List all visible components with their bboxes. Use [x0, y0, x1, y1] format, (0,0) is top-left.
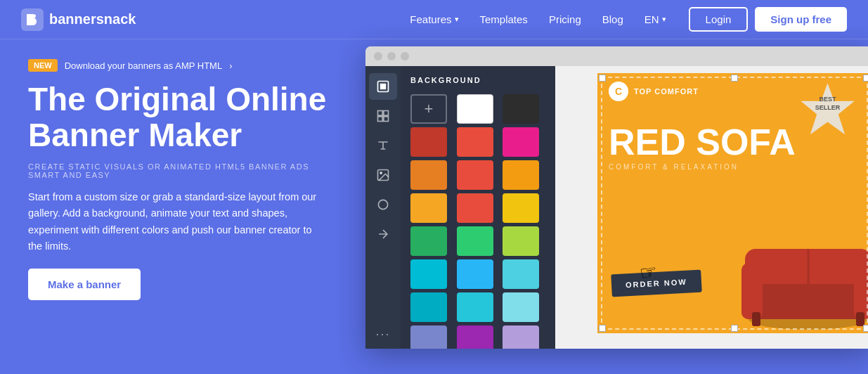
- svg-point-9: [378, 200, 387, 209]
- nav-pricing[interactable]: Pricing: [540, 9, 590, 30]
- tool-shape[interactable]: [369, 191, 397, 218]
- color-swatch-teal1[interactable]: [410, 292, 447, 322]
- new-badge: NEW: [28, 59, 58, 72]
- color-swatch-green1[interactable]: [410, 226, 447, 256]
- logo-icon: [21, 8, 44, 31]
- make-banner-button[interactable]: Make a banner: [28, 269, 141, 300]
- svg-point-8: [380, 172, 382, 174]
- svg-rect-2: [380, 84, 386, 89]
- banner-subtitle: COMFORT & RELAXATION: [609, 163, 860, 171]
- brand-logo-circle: C: [609, 82, 628, 101]
- tool-background[interactable]: [369, 73, 397, 100]
- window-titlebar: [365, 46, 868, 66]
- window-dot-close: [374, 52, 382, 60]
- color-swatch-cyan2[interactable]: [457, 259, 493, 289]
- window-body: ··· BACKGROUND +: [365, 66, 868, 349]
- login-button[interactable]: Login: [689, 7, 749, 32]
- banner-preview: C TOP COMFORT BEST SELLER: [597, 73, 868, 333]
- canvas-area[interactable]: C TOP COMFORT BEST SELLER: [555, 66, 868, 349]
- selection-handle-bm[interactable]: [731, 325, 738, 332]
- color-swatch-green2[interactable]: [457, 226, 493, 256]
- color-swatch-lime[interactable]: [503, 226, 539, 256]
- brand-name: TOP COMFORT: [634, 87, 699, 96]
- hero-title: The Original Online Banner Maker: [28, 82, 344, 153]
- nav-features[interactable]: Features ▾: [401, 9, 467, 30]
- logo-text: bannersnack: [49, 11, 136, 27]
- svg-rect-18: [856, 312, 864, 326]
- tool-sidebar: ···: [365, 66, 401, 349]
- tool-export[interactable]: [369, 221, 397, 247]
- language-chevron-icon: ▾: [662, 15, 666, 24]
- logo[interactable]: bannersnack: [21, 8, 136, 31]
- color-swatch-yellow1[interactable]: [503, 160, 539, 190]
- hero-subtitle: CREATE STATIC VISUALS OR ANIMATED HTML5 …: [28, 162, 344, 179]
- color-panel-title: BACKGROUND: [410, 76, 545, 84]
- badge-text: Download your banners as AMP HTML: [65, 60, 222, 71]
- nav-links: Features ▾ Templates Pricing Blog EN ▾: [401, 9, 674, 30]
- svg-rect-4: [384, 111, 389, 116]
- color-swatch-cyan3[interactable]: [503, 259, 539, 289]
- color-swatch-teal2[interactable]: [457, 292, 493, 322]
- color-swatch-yellow2[interactable]: [503, 193, 539, 223]
- best-seller-badge: BEST SELLER: [798, 80, 857, 140]
- best-seller-text: BEST SELLER: [798, 96, 857, 112]
- color-swatch-lavender[interactable]: [503, 325, 539, 349]
- tool-image[interactable]: [369, 162, 397, 188]
- color-swatch-purple1[interactable]: [410, 325, 447, 349]
- badge-arrow-icon: ›: [229, 60, 232, 71]
- color-grid: +: [410, 94, 545, 349]
- color-swatch-orange1[interactable]: [410, 160, 447, 190]
- tool-text[interactable]: [369, 132, 397, 159]
- features-chevron-icon: ▾: [455, 15, 459, 24]
- navbar: bannersnack Features ▾ Templates Pricing…: [0, 0, 868, 39]
- color-swatch-red2[interactable]: [457, 127, 493, 157]
- hero-description: Start from a custom size or grab a stand…: [28, 189, 323, 254]
- color-swatch-pink[interactable]: [503, 127, 539, 157]
- hero-section: NEW Download your banners as AMP HTML › …: [0, 39, 868, 374]
- nav-blog[interactable]: Blog: [594, 9, 632, 30]
- color-swatch-orange2[interactable]: [457, 160, 493, 190]
- window-dot-minimize: [387, 52, 396, 60]
- color-swatch-orange3[interactable]: [410, 193, 447, 223]
- hero-left: NEW Download your banners as AMP HTML › …: [0, 39, 365, 374]
- color-swatch-cyan1[interactable]: [410, 259, 447, 289]
- nav-templates[interactable]: Templates: [472, 9, 536, 30]
- selection-handle-bl[interactable]: [599, 325, 606, 332]
- color-swatch-dark[interactable]: [503, 94, 539, 124]
- nav-actions: Login Sign up free: [689, 7, 847, 32]
- app-window: ··· BACKGROUND +: [365, 46, 868, 349]
- cursor-hand-icon: ☞: [637, 259, 659, 285]
- tool-layout[interactable]: [369, 103, 397, 129]
- color-panel: BACKGROUND +: [401, 66, 555, 349]
- svg-rect-17: [752, 312, 760, 326]
- svg-rect-5: [378, 117, 383, 122]
- sofa-image: [738, 221, 868, 333]
- color-swatch-white[interactable]: [457, 94, 493, 124]
- window-dot-maximize: [401, 52, 409, 60]
- hero-right: ··· BACKGROUND +: [365, 39, 868, 374]
- svg-rect-6: [384, 117, 389, 122]
- svg-rect-3: [378, 111, 383, 116]
- color-swatch-purple2[interactable]: [457, 325, 493, 349]
- svg-rect-15: [854, 263, 868, 319]
- color-swatch-red1[interactable]: [410, 127, 447, 157]
- nav-language[interactable]: EN ▾: [636, 9, 675, 30]
- svg-rect-14: [741, 263, 763, 319]
- signup-button[interactable]: Sign up free: [755, 7, 847, 32]
- add-color-button[interactable]: +: [410, 94, 447, 124]
- announcement-banner[interactable]: NEW Download your banners as AMP HTML ›: [28, 59, 233, 72]
- color-swatch-teal3[interactable]: [503, 292, 539, 322]
- color-swatch-red3[interactable]: [457, 193, 493, 223]
- tool-more-dots[interactable]: ···: [375, 327, 390, 342]
